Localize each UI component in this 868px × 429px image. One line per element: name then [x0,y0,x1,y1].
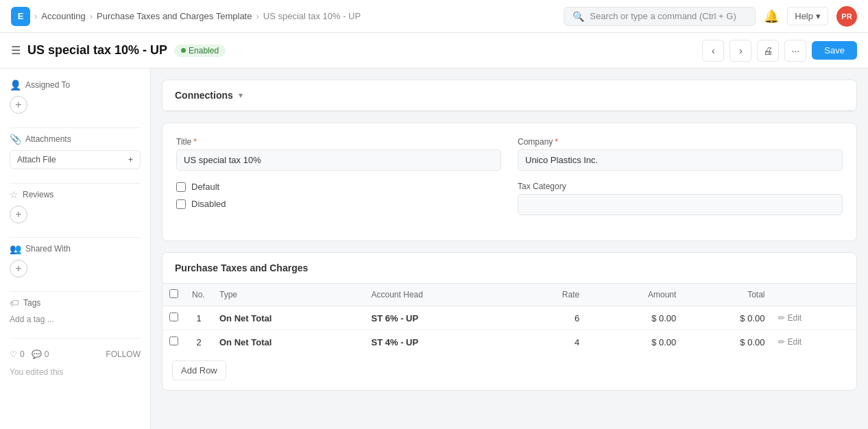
th-rate: Rate [515,284,586,306]
breadcrumb-accounting[interactable]: Accounting [41,11,85,21]
th-actions [771,284,856,306]
row2-type: On Net Total [213,330,365,354]
save-button[interactable]: Save [812,41,857,60]
sidebar-toggle-button[interactable]: ☰ [11,44,21,57]
print-button[interactable]: 🖨 [757,40,779,62]
print-icon: 🖨 [763,45,773,56]
status-dot [181,48,186,53]
reviews-icon: ☆ [10,189,19,200]
comment-count: 0 [45,350,49,359]
divider-2 [10,183,141,184]
assigned-to-label: Assigned To [25,80,70,90]
assigned-to-section: 👤 Assigned To + [10,79,141,114]
help-label: Help [795,11,813,21]
add-review-button[interactable]: + [10,206,27,223]
row2-checkbox[interactable] [169,336,178,345]
shared-with-section: 👥 Shared With + [10,243,141,278]
sidebar-bottom: ♡ 0 💬 0 FOLLOW [10,344,141,365]
company-input[interactable] [518,149,843,171]
row1-account-head: ST 6% - UP [365,306,515,330]
reviews-section: ☆ Reviews + [10,189,141,223]
tags-icon: 🏷 [10,297,19,308]
help-button[interactable]: Help ▾ [787,7,828,25]
edit-label: Edit [787,313,801,323]
disabled-checkbox-row: Disabled [176,199,501,209]
connections-card: Connections ▾ [162,79,857,112]
form-row-2: Default Disabled Tax Category [176,182,843,216]
form-card: Title * Company * Defau [162,123,857,241]
nav-prev-button[interactable]: ‹ [702,40,724,62]
top-nav-right: 🔍 Search or type a command (Ctrl + G) 🔔 … [564,6,857,27]
edited-text: You edited this [10,365,141,377]
more-icon: ··· [792,45,800,56]
top-nav: E › Accounting › Purchase Taxes and Char… [0,0,868,33]
page-header-left: ☰ US special tax 10% - UP Enabled [11,43,226,58]
tax-category-label: Tax Category [518,182,843,191]
add-row-button[interactable]: Add Row [172,360,226,380]
shared-with-title: 👥 Shared With [10,243,141,254]
default-checkbox[interactable] [176,182,186,192]
company-group: Company * [518,137,843,171]
title-label: Title * [176,137,501,147]
search-placeholder: Search or type a command (Ctrl + G) [590,11,736,21]
add-tag-text[interactable]: Add a tag ... [10,315,54,324]
sep1: › [34,11,37,21]
breadcrumb-template[interactable]: Purchase Taxes and Charges Template [97,11,252,21]
sep3: › [256,11,258,21]
row1-edit-button[interactable]: ✏ Edit [778,313,801,323]
connections-header[interactable]: Connections ▾ [162,80,856,111]
attach-file-button[interactable]: Attach File + [10,150,141,169]
purchase-taxes-table: No. Type Account Head Rate Amount Total [162,284,856,354]
attachments-icon: 📎 [10,134,21,145]
comments: 💬 0 [32,350,49,359]
breadcrumb-area: E › Accounting › Purchase Taxes and Char… [11,7,361,26]
th-amount: Amount [586,284,683,306]
row1-check [162,306,185,330]
edit-pencil-icon: ✏ [778,313,785,323]
disabled-label: Disabled [191,199,226,209]
row2-check [162,330,185,354]
th-checkbox [162,284,185,306]
nav-next-button[interactable]: › [730,40,751,62]
row2-rate: 4 [515,330,586,354]
add-assigned-button[interactable]: + [10,96,27,114]
attach-file-label: Attach File [17,155,56,164]
comment-icon: 💬 [32,350,42,359]
tax-category-input[interactable] [518,194,843,215]
row1-checkbox[interactable] [169,312,178,321]
title-input[interactable] [176,149,501,171]
prev-icon: ‹ [712,45,715,56]
table-row: 2 On Net Total ST 4% - UP 4 $ 0.00 $ 0.0… [162,330,856,354]
follow-button[interactable]: FOLLOW [106,350,141,359]
row1-amount: $ 0.00 [586,306,683,330]
divider-5 [10,338,141,339]
status-label: Enabled [189,46,219,56]
help-chevron-icon: ▾ [816,11,821,21]
row1-type: On Net Total [213,306,365,330]
likes: ♡ 0 [10,350,25,359]
breadcrumb-current: US special tax 10% - UP [263,11,361,21]
purchase-taxes-section: Purchase Taxes and Charges No. Type Acco… [162,252,857,391]
add-shared-button[interactable]: + [10,260,27,278]
like-count: 0 [20,350,25,359]
row2-edit-button[interactable]: ✏ Edit [778,337,801,347]
row1-edit: ✏ Edit [771,306,856,330]
title-group: Title * [176,137,501,171]
select-all-checkbox[interactable] [169,289,178,298]
disabled-checkbox[interactable] [176,199,186,209]
heart-icon: ♡ [10,350,17,359]
search-box[interactable]: 🔍 Search or type a command (Ctrl + G) [564,7,756,26]
attachments-section: 📎 Attachments Attach File + [10,134,141,169]
notification-bell-button[interactable]: 🔔 [764,9,779,24]
page-header-right: ‹ › 🖨 ··· Save [702,40,857,62]
attachments-label: Attachments [25,134,71,144]
th-account-head: Account Head [365,284,515,306]
company-label: Company * [518,137,843,147]
more-options-button[interactable]: ··· [784,40,806,62]
sep2: › [90,11,93,21]
company-required: * [555,137,558,147]
divider-3 [10,237,141,238]
default-label: Default [191,182,219,192]
assigned-to-title: 👤 Assigned To [10,79,141,90]
avatar[interactable]: PR [836,6,857,27]
